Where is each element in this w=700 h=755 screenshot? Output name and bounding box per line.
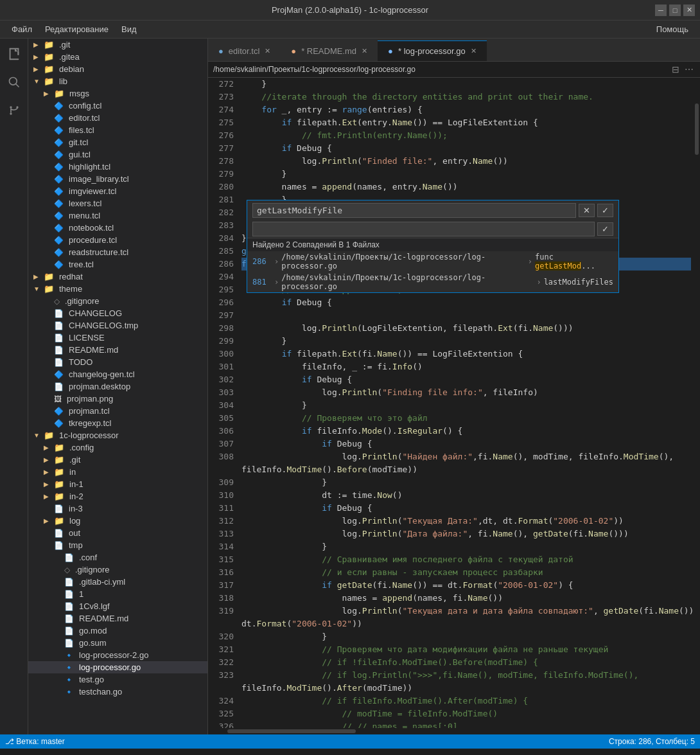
more-actions-icon[interactable]: ⋯: [683, 64, 695, 75]
tab-readme[interactable]: ● * README.md ✕: [281, 40, 378, 61]
cursor-position[interactable]: Строка: 286, Столбец: 5: [609, 737, 695, 746]
code-line: }: [241, 630, 691, 643]
tree-item[interactable]: 🔷highlight.tcl: [28, 161, 207, 173]
tree-item[interactable]: 📄LICENSE: [28, 332, 207, 344]
tree-item[interactable]: 🔷image_library.tcl: [28, 173, 207, 185]
tree-item[interactable]: 📄in-3: [28, 502, 207, 515]
search-confirm-button[interactable]: ✓: [597, 204, 613, 217]
tree-item[interactable]: 🔹log-processor.go: [28, 661, 207, 673]
maximize-button[interactable]: □: [669, 4, 681, 16]
tree-item[interactable]: 📄go.sum: [28, 637, 207, 649]
line-number: 300: [213, 348, 234, 360]
tree-item[interactable]: 📄go.mod: [28, 625, 207, 637]
tree-item[interactable]: 📄CHANGELOG.tmp: [28, 319, 207, 332]
tree-item[interactable]: 🔷gui.tcl: [28, 148, 207, 161]
menu-file[interactable]: Файл: [5, 22, 39, 37]
menu-view[interactable]: Вид: [115, 22, 143, 37]
tab-close-readme[interactable]: ✕: [362, 47, 367, 55]
tree-file-icon: 📄: [54, 309, 64, 318]
tab-log-processor[interactable]: ● * log-processor.go ✕: [378, 40, 487, 61]
replace-input[interactable]: [252, 222, 595, 236]
tree-item[interactable]: 🔷lexers.tcl: [28, 197, 207, 209]
tree-item[interactable]: 🔷editor.tcl: [28, 112, 207, 124]
minimize-button[interactable]: ─: [655, 4, 667, 16]
code-line: fileInfo, _ := fi.Info(): [241, 360, 691, 373]
tree-item[interactable]: 📄README.md: [28, 344, 207, 356]
horizontal-scrollbar[interactable]: [208, 728, 700, 734]
tree-item[interactable]: ▶📁redhat: [28, 271, 207, 283]
replace-clear-button[interactable]: ✓: [597, 222, 613, 236]
tree-item[interactable]: ▶📁msgs: [28, 87, 207, 100]
tab-editor-tcl[interactable]: ● editor.tcl ✕: [208, 40, 281, 61]
tree-item[interactable]: ▶📁.gitea: [28, 51, 207, 63]
tree-item-label: in: [69, 467, 76, 477]
git-branch-status[interactable]: ⎇ Ветка: master: [5, 737, 65, 746]
tree-item[interactable]: 📄1Cv8.lgf: [28, 600, 207, 612]
tree-item[interactable]: ◇.gitignore: [28, 564, 207, 576]
tree-item-label: readstructure.tcl: [69, 247, 128, 257]
tree-item[interactable]: 📄projman.desktop: [28, 380, 207, 393]
tree-item[interactable]: ▼📁lib: [28, 75, 207, 87]
tab-close-log-processor[interactable]: ✕: [471, 47, 477, 55]
menu-help[interactable]: Помощь: [650, 22, 695, 37]
tree-item[interactable]: 🔷files.tcl: [28, 124, 207, 136]
tree-item[interactable]: ▶📁.git: [28, 39, 207, 51]
tree-item[interactable]: 🔹testchan.go: [28, 686, 207, 698]
split-editor-icon[interactable]: ⊟: [670, 64, 681, 75]
tree-item[interactable]: 🔷projman.tcl: [28, 405, 207, 417]
tree-item[interactable]: 🔷config.tcl: [28, 100, 207, 112]
tree-item[interactable]: 📄out: [28, 527, 207, 539]
tree-file-icon: 📁: [54, 479, 64, 489]
git-icon[interactable]: [4, 100, 24, 121]
tree-item[interactable]: ▶📁in: [28, 466, 207, 478]
tree-item[interactable]: 📄.gitlab-ci.yml: [28, 576, 207, 588]
tree-item[interactable]: 📄.conf: [28, 551, 207, 564]
code-line: if Debug {: [241, 142, 691, 155]
tree-item[interactable]: ▶📁.git: [28, 454, 207, 466]
vertical-scrollbar[interactable]: [694, 78, 700, 728]
tree-item[interactable]: 📄TODO: [28, 356, 207, 368]
tree-item[interactable]: 🔷menu.tcl: [28, 209, 207, 222]
tab-close-editor-tcl[interactable]: ✕: [265, 47, 270, 55]
tree-item[interactable]: 🔹test.go: [28, 673, 207, 686]
tree-item[interactable]: ▼📁theme: [28, 283, 207, 295]
code-line: // fmt.Println(entry.Name());: [241, 129, 691, 142]
tree-item[interactable]: 🔷notebook.tcl: [28, 222, 207, 234]
code-line: names = append(names, fi.Name()): [241, 592, 691, 605]
line-number: 324: [213, 695, 234, 707]
tree-item[interactable]: 🖼projman.png: [28, 393, 207, 405]
line-number: [213, 617, 234, 630]
file-tree[interactable]: ▶📁.git▶📁.gitea▶📁debian▼📁lib▶📁msgs🔷config…: [28, 39, 208, 734]
tree-item[interactable]: 📄tmp: [28, 539, 207, 551]
tree-item[interactable]: ▶📁.config: [28, 441, 207, 454]
tree-item[interactable]: 🔷imgviewer.tcl: [28, 185, 207, 197]
tree-item[interactable]: 🔷tkregexp.tcl: [28, 417, 207, 429]
tree-item[interactable]: 📄README.md: [28, 612, 207, 625]
tree-file-icon: 📁: [44, 272, 54, 281]
search-input[interactable]: [252, 203, 576, 218]
search-clear-button[interactable]: ✕: [579, 204, 595, 217]
tree-item[interactable]: 🔷procedure.tcl: [28, 234, 207, 246]
files-icon[interactable]: [4, 44, 24, 64]
tree-item[interactable]: 🔷git.tcl: [28, 136, 207, 148]
tree-item[interactable]: 📄CHANGELOG: [28, 307, 207, 319]
tree-item[interactable]: ▶📁debian: [28, 63, 207, 75]
search-result-2[interactable]: 881 › /home/svkalinin/Проекты/1c-logproc…: [247, 272, 618, 292]
h-scrollbar-thumb[interactable]: [227, 729, 356, 733]
tree-item[interactable]: ▶📁in-2: [28, 490, 207, 502]
tree-item[interactable]: ▶📁log: [28, 515, 207, 527]
tree-item[interactable]: 🔷tree.tcl: [28, 258, 207, 271]
tree-item[interactable]: 📄1: [28, 588, 207, 600]
tree-item[interactable]: 🔷changelog-gen.tcl: [28, 368, 207, 380]
close-button[interactable]: ✕: [683, 4, 695, 16]
tree-item[interactable]: 🔹log-processor-2.go: [28, 649, 207, 661]
search-result-1[interactable]: 286 › /home/svkalinin/Проекты/1c-logproc…: [247, 251, 618, 272]
search-icon[interactable]: [4, 72, 24, 93]
tree-item[interactable]: 🔷readstructure.tcl: [28, 246, 207, 258]
scrollbar-thumb[interactable]: [695, 103, 699, 155]
menu-edit[interactable]: Редактирование: [39, 22, 115, 37]
tree-item[interactable]: ◇.gitignore: [28, 295, 207, 307]
tree-item[interactable]: ▶📁in-1: [28, 478, 207, 490]
tree-item[interactable]: ▼📁1c-logprocessor: [28, 429, 207, 441]
tree-file-icon: 📁: [44, 284, 54, 294]
